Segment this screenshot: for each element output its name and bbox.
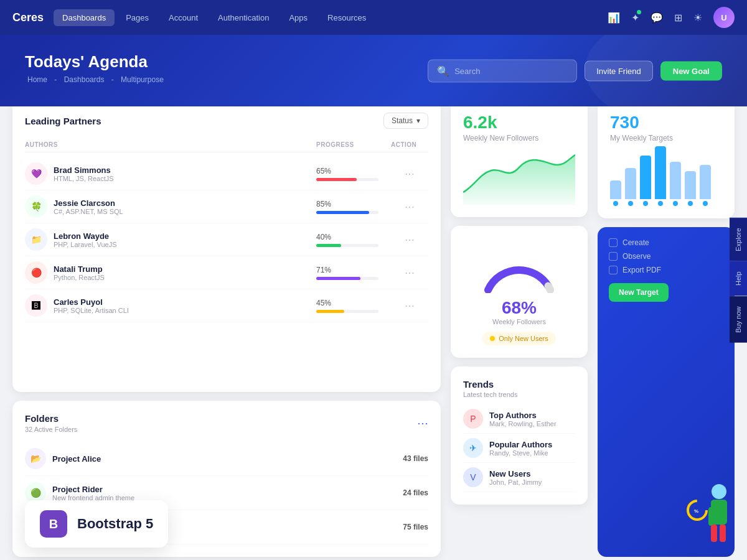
sun-icon[interactable]: ☀ — [693, 12, 702, 24]
action-menu-button[interactable]: ⋯ — [391, 300, 428, 312]
svg-rect-4 — [711, 525, 717, 542]
search-icon: 🔍 — [437, 65, 449, 77]
nav-items: Dashboards Pages Account Authentication … — [54, 9, 608, 26]
action-menu-button[interactable]: ⋯ — [391, 234, 428, 246]
svg-point-0 — [712, 484, 726, 499]
bar-group — [685, 171, 696, 206]
bar-dot — [643, 201, 648, 206]
search-input[interactable] — [454, 66, 568, 75]
sparkle-icon[interactable]: ✦ — [631, 12, 639, 24]
breadcrumb-dashboards: Dashboards — [64, 75, 105, 84]
author-avatar: 💜 — [25, 162, 47, 185]
bar-dot — [628, 201, 633, 206]
nav-item-resources[interactable]: Resources — [319, 9, 375, 26]
bar — [685, 171, 696, 199]
folders-more-icon[interactable]: ⋯ — [417, 416, 428, 430]
progress-percent: 45% — [316, 299, 391, 307]
author-info: 💜 Brad Simmons HTML, JS, ReactJS — [25, 162, 316, 185]
bar-chart-icon[interactable]: 📊 — [608, 12, 620, 24]
followers-number: 6.2k — [463, 113, 575, 133]
progress-bar-bg — [316, 310, 378, 313]
trend-row: P Top Authors Mark, Rowling, Esther — [463, 404, 575, 434]
status-dropdown[interactable]: Status ▾ — [383, 113, 428, 129]
author-name: Natali Trump — [54, 264, 105, 274]
bar-dot — [658, 201, 663, 206]
folder-icon: 📂 — [25, 448, 46, 469]
brand-name: Ceres — [12, 11, 44, 24]
author-skills: Python, ReactJS — [54, 274, 105, 281]
folders-title: Folders — [25, 413, 59, 424]
progress-bar-bg — [316, 211, 378, 214]
leading-partners-card: Leading Partners Status ▾ AUTHORS PROGRE… — [12, 100, 441, 392]
trends-card: Trends Latest tech trends P Top Authors … — [451, 366, 588, 505]
trend-name: Popular Authors — [489, 440, 552, 449]
authors-list: 💜 Brad Simmons HTML, JS, ReactJS 65% ⋯ 🍀… — [25, 157, 428, 322]
trend-icon: P — [463, 409, 483, 429]
checkbox[interactable] — [609, 266, 618, 274]
author-name: Brad Simmons — [54, 166, 114, 175]
table-row: 🔴 Natali Trump Python, ReactJS 71% ⋯ — [25, 256, 428, 289]
trends-list: P Top Authors Mark, Rowling, Esther ✈ Po… — [463, 404, 575, 492]
progress-bar-fill — [316, 244, 341, 247]
nav-item-pages[interactable]: Pages — [117, 9, 157, 26]
author-skills: C#, ASP.NET, MS SQL — [54, 208, 123, 215]
trend-icon: V — [463, 467, 483, 487]
action-menu-button[interactable]: ⋯ — [391, 267, 428, 279]
bootstrap-logo: B — [40, 510, 67, 538]
nav-item-authentication[interactable]: Authentication — [209, 9, 278, 26]
col-authors: AUTHORS — [25, 141, 316, 148]
progress-bar-fill — [316, 178, 357, 181]
side-tab-help[interactable]: Help — [730, 261, 747, 296]
chevron-down-icon: ▾ — [416, 116, 420, 125]
progress-bar-bg — [316, 178, 378, 181]
bar-group — [670, 162, 681, 206]
nav-right: 📊 ✦ 💬 ⊞ ☀ U — [608, 7, 735, 28]
mid-column: 6.2k Weekly New Followers — [451, 100, 588, 557]
search-box[interactable]: 🔍 — [428, 59, 577, 82]
progress-bar-bg — [316, 277, 378, 280]
checkbox[interactable] — [609, 252, 618, 261]
new-target-button[interactable]: New Target — [609, 283, 669, 302]
action-menu-button[interactable]: ⋯ — [391, 201, 428, 213]
author-avatar: 🍀 — [25, 195, 47, 218]
bar-group — [655, 146, 666, 206]
nav-item-apps[interactable]: Apps — [280, 9, 316, 26]
nav-item-dashboards[interactable]: Dashboards — [54, 9, 115, 26]
leading-partners-title: Leading Partners — [25, 116, 101, 126]
trend-sub: Randy, Steve, Mike — [489, 449, 552, 457]
header-actions: 🔍 Invite Friend New Goal — [428, 59, 722, 82]
trend-sub: John, Pat, Jimmy — [489, 478, 542, 486]
folder-files: 43 files — [403, 454, 428, 463]
progress-cell: 65% — [316, 167, 391, 181]
message-icon[interactable]: 💬 — [651, 12, 663, 24]
side-tab-explore[interactable]: Explore — [730, 217, 747, 261]
progress-percent: 40% — [316, 233, 391, 241]
page-title: Todays' Agenda — [25, 52, 722, 72]
author-name: Lebron Wayde — [54, 231, 117, 241]
trend-row: V New Users John, Pat, Jimmy — [463, 463, 575, 492]
nav-item-account[interactable]: Account — [160, 9, 207, 26]
avatar[interactable]: U — [713, 7, 735, 28]
author-name: Carles Puyol — [54, 297, 129, 307]
gauge-card: 68% Weekly Followers Only New Users — [451, 226, 588, 358]
invite-friend-button[interactable]: Invite Friend — [585, 60, 653, 81]
col-progress: PROGRESS — [316, 141, 391, 148]
blue-targets-card: CereateObserveExport PDF New Target % — [598, 227, 735, 557]
checkbox[interactable] — [609, 238, 618, 247]
bar-dot — [703, 201, 708, 206]
folders-header: Folders 32 Active Folders ⋯ — [25, 413, 428, 433]
progress-bar-bg — [316, 244, 378, 247]
side-tab-buy-now[interactable]: Buy now — [730, 296, 747, 342]
folders-subtitle: 32 Active Folders — [25, 426, 77, 433]
progress-bar-fill — [316, 310, 344, 313]
trends-title: Trends — [463, 379, 575, 390]
bootstrap-text: Bootstrap 5 — [77, 516, 153, 532]
folder-name: Project Alice — [52, 454, 101, 464]
right-column: 730 My Weekly Targets CereateObs — [598, 100, 735, 557]
illustration: % — [679, 227, 735, 557]
bar-group — [640, 156, 651, 206]
action-menu-button[interactable]: ⋯ — [391, 168, 428, 180]
grid-icon[interactable]: ⊞ — [674, 12, 682, 24]
new-goal-button[interactable]: New Goal — [660, 61, 722, 80]
bar — [700, 165, 711, 199]
